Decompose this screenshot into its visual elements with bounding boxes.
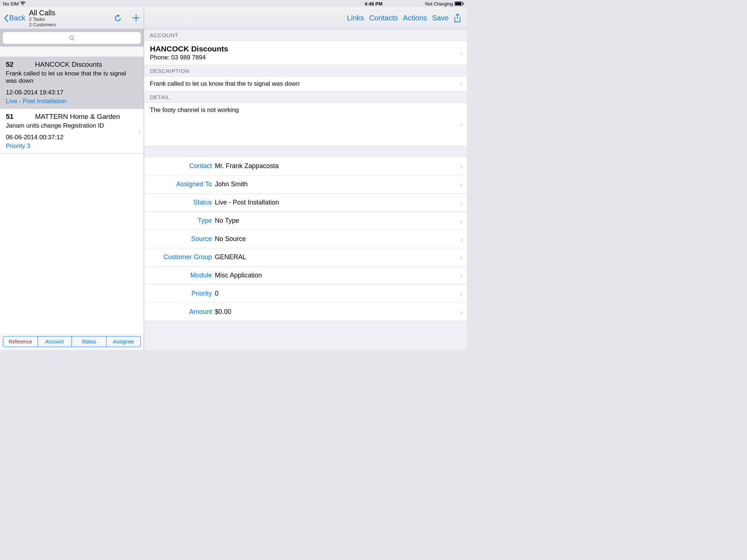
call-description: Frank called to let us know that the tv … — [6, 70, 139, 85]
call-list-item[interactable]: 52 HANCOCK Discounts Frank called to let… — [0, 57, 144, 109]
detail-section-header: DETAIL — [144, 91, 467, 102]
call-description: Janam units change Registration ID — [6, 122, 139, 129]
svg-rect-2 — [463, 3, 464, 5]
call-date: 12-08-2014 19:43:17 — [6, 89, 139, 96]
sort-segmented-control: Reference Account Status Assignee — [3, 336, 141, 347]
master-subtitle-tasks: 2 Tasks — [29, 17, 56, 22]
field-label: Customer Group — [150, 253, 212, 261]
field-row-amount[interactable]: Amount$0.00› — [144, 303, 467, 321]
field-value: $0.00 — [215, 308, 231, 316]
back-button[interactable]: Back — [4, 14, 25, 22]
seg-status[interactable]: Status — [72, 337, 107, 347]
field-row-module[interactable]: ModuleMisc Application› — [144, 267, 467, 285]
chevron-right-icon: › — [460, 289, 462, 298]
field-value: Misc Application — [215, 272, 262, 279]
field-label: Assigned To — [150, 180, 212, 188]
search-bar — [0, 29, 144, 47]
call-list-item[interactable]: 51 MATTERN Home & Garden Janam units cha… — [0, 109, 144, 154]
save-button[interactable]: Save — [432, 14, 449, 22]
chevron-right-icon: › — [460, 49, 462, 57]
call-status: Live - Post Installation — [6, 98, 139, 105]
seg-assignee[interactable]: Assignee — [107, 337, 141, 347]
account-cell[interactable]: HANCOCK Discounts Phone: 03 989 7894 › — [144, 40, 467, 65]
chevron-right-icon: › — [460, 180, 462, 188]
add-icon[interactable] — [132, 14, 140, 23]
chevron-right-icon: › — [460, 198, 462, 207]
field-value: John Smith — [215, 180, 248, 188]
field-row-assigned-to[interactable]: Assigned ToJohn Smith› — [144, 175, 467, 194]
wifi-icon — [20, 1, 26, 6]
chevron-right-icon: › — [460, 217, 462, 225]
call-list: 52 HANCOCK Discounts Frank called to let… — [0, 57, 144, 333]
detail-text: The footy channel is not working — [150, 106, 454, 114]
field-value: Live - Post Installation — [215, 199, 279, 206]
detail-nav-bar: Links Contacts Actions Save — [144, 7, 467, 29]
chevron-right-icon: › — [460, 80, 462, 88]
description-section-header: DESCRIPTION — [144, 65, 467, 76]
chevron-right-icon: › — [460, 253, 462, 261]
call-id: 52 — [6, 61, 35, 69]
chevron-right-icon: › — [138, 127, 141, 136]
battery-icon — [454, 1, 464, 6]
account-name: HANCOCK Discounts — [150, 44, 454, 53]
svg-rect-1 — [455, 2, 461, 5]
field-label: Priority — [150, 290, 212, 298]
chevron-right-icon: › — [460, 308, 462, 316]
chevron-right-icon: › — [460, 120, 462, 129]
field-row-source[interactable]: SourceNo Source› — [144, 230, 467, 248]
chevron-right-icon: › — [460, 162, 462, 170]
detail-pane: Links Contacts Actions Save ACCOUNT HANC… — [144, 7, 467, 350]
call-account: MATTERN Home & Garden — [35, 113, 120, 121]
chevron-right-icon: › — [460, 235, 462, 243]
field-value: 0 — [215, 290, 218, 298]
field-row-type[interactable]: TypeNo Type› — [144, 212, 467, 230]
clock-text: 4:46 PM — [364, 1, 382, 7]
actions-button[interactable]: Actions — [403, 14, 427, 22]
chevron-right-icon: › — [460, 271, 462, 280]
field-value: No Type — [215, 217, 239, 225]
field-value: No Source — [215, 235, 246, 243]
field-label: Amount — [150, 308, 212, 316]
refresh-icon[interactable] — [114, 14, 122, 23]
call-id: 51 — [6, 113, 35, 121]
description-cell[interactable]: Frank called to let us know that the tv … — [144, 76, 467, 92]
field-row-customer-group[interactable]: Customer GroupGENERAL› — [144, 248, 467, 267]
call-status: Priority 3 — [6, 143, 139, 150]
field-label: Type — [150, 217, 212, 225]
contacts-button[interactable]: Contacts — [369, 14, 398, 22]
master-title: All Calls — [29, 9, 56, 17]
search-icon — [69, 35, 75, 41]
links-button[interactable]: Links — [347, 14, 364, 22]
call-date: 06-06-2014 00:37:12 — [6, 134, 139, 141]
seg-reference[interactable]: Reference — [3, 336, 38, 347]
master-nav-bar: Back All Calls 2 Tasks 2 Customers — [0, 7, 144, 29]
field-value: GENERAL — [215, 253, 246, 261]
back-label: Back — [9, 14, 25, 22]
list-spacer — [0, 47, 144, 57]
master-pane: Back All Calls 2 Tasks 2 Customers — [0, 7, 144, 350]
seg-account[interactable]: Account — [38, 337, 72, 347]
account-phone: Phone: 03 989 7894 — [150, 54, 454, 61]
description-text: Frank called to let us know that the tv … — [150, 80, 454, 88]
account-section-header: ACCOUNT — [144, 29, 467, 40]
search-input[interactable] — [3, 32, 141, 44]
status-bar: No SIM 4:46 PM Not Charging — [0, 0, 467, 7]
charging-text: Not Charging — [425, 1, 453, 7]
field-label: Source — [150, 235, 212, 243]
share-icon[interactable] — [454, 13, 461, 23]
master-subtitle-customers: 2 Customers — [29, 22, 56, 27]
field-row-status[interactable]: StatusLive - Post Installation› — [144, 194, 467, 212]
field-label: Status — [150, 199, 212, 206]
call-account: HANCOCK Discounts — [35, 61, 102, 69]
field-label: Module — [150, 272, 212, 279]
detail-cell[interactable]: The footy channel is not working › — [144, 102, 467, 146]
field-group: ContactMr. Frank Zappacosta›Assigned ToJ… — [144, 157, 467, 321]
field-row-contact[interactable]: ContactMr. Frank Zappacosta› — [144, 157, 467, 175]
chevron-right-icon: › — [138, 79, 141, 87]
carrier-text: No SIM — [3, 1, 19, 7]
field-label: Contact — [150, 162, 212, 170]
field-value: Mr. Frank Zappacosta — [215, 162, 279, 170]
field-row-priority[interactable]: Priority0› — [144, 285, 467, 303]
